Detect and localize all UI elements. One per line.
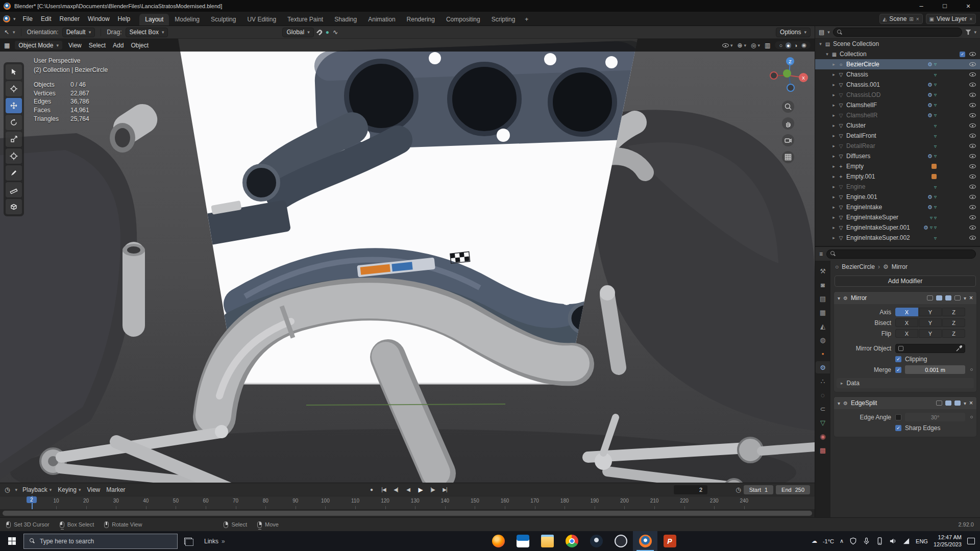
editor-type-icon[interactable]: ▦ (4, 42, 10, 49)
snap-magnet-icon[interactable] (316, 29, 323, 35)
properties-tab-object-data[interactable]: ▽ (816, 416, 830, 429)
falloff-curve-icon[interactable]: ∿ (333, 29, 338, 36)
mirror-panel-header[interactable]: ▾ ⚙ Mirror ▾ × (834, 292, 976, 304)
axis-y-button[interactable]: Y (919, 308, 942, 316)
axis-x-button[interactable]: X (895, 308, 918, 316)
outliner-row[interactable]: ▸ ▽ DetailRear ▿ (815, 141, 980, 151)
outliner-row[interactable]: ▸ ▽ EngineIntakeSuper.002 ▿ (815, 233, 980, 243)
chevron-double-icon[interactable]: » (222, 538, 225, 545)
rotate-tool[interactable] (6, 115, 22, 130)
outliner-row[interactable]: ▸ ▽ ClamshellF ⚙▿ (815, 100, 980, 110)
hide-eye-icon[interactable] (969, 195, 976, 199)
blender-taskbar-icon[interactable] (633, 531, 657, 551)
edge-angle-field[interactable]: 30° (905, 413, 965, 421)
editor-type-icon[interactable]: ≡ (819, 251, 823, 258)
viewport-menu[interactable]: Select (88, 42, 107, 49)
disclosure-icon[interactable]: ▸ (830, 143, 837, 148)
properties-tab-tool[interactable]: ⚒ (816, 265, 830, 277)
workspace-tab[interactable]: Animation (362, 14, 401, 26)
playhead[interactable]: 2 (32, 496, 33, 510)
shading-wireframe-button[interactable]: ○ (778, 42, 783, 48)
current-frame-field[interactable]: 2 (674, 485, 707, 494)
options-dropdown[interactable]: Options ▾ (776, 28, 811, 37)
axis-navigation-gizmo[interactable]: Z X (767, 53, 810, 96)
flip-z-button[interactable]: Z (942, 329, 965, 338)
bisect-y-button[interactable]: Y (919, 318, 942, 327)
outliner-row[interactable]: ▸ + Empty.001 (815, 171, 980, 182)
menu-item[interactable]: Help (114, 12, 135, 26)
remove-modifier-icon[interactable]: × (969, 399, 973, 407)
language-indicator[interactable]: ENG (916, 538, 928, 544)
chevron-down-icon[interactable]: ▾ (974, 30, 976, 35)
shading-solid-button[interactable]: ● (786, 42, 791, 48)
modifier-name[interactable]: Mirror (851, 294, 924, 302)
scale-tool[interactable] (6, 132, 22, 147)
collection-checkbox[interactable]: ✓ (960, 52, 965, 57)
minimize-button[interactable]: – (910, 0, 933, 12)
viewport-3d[interactable]: ▦ Object Mode ▾ ViewSelectAddObject ▾ ⊕▾… (0, 39, 815, 483)
hide-eye-icon[interactable] (969, 185, 976, 189)
disclosure-icon[interactable]: ▸ (830, 164, 837, 169)
play-reverse-button[interactable]: ◀ (402, 487, 414, 492)
flip-y-button[interactable]: Y (919, 329, 942, 338)
object-visibility-dropdown[interactable]: ▾ (722, 43, 733, 48)
menu-item[interactable]: Edit (37, 12, 56, 26)
orthographic-grid-icon[interactable] (782, 151, 794, 163)
modifier-name[interactable]: EdgeSplit (851, 399, 933, 407)
chevron-down-icon[interactable]: ▾ (15, 487, 17, 492)
edgesplit-panel-header[interactable]: ▾ ⚙ EdgeSplit ▾ × (834, 397, 976, 409)
shading-rendered-button[interactable]: ◉ (800, 42, 807, 48)
outliner-row[interactable]: ▸ ▽ EngineIntake ⚙▿ (815, 202, 980, 212)
orientation-dropdown[interactable]: Default ▾ (62, 28, 95, 37)
shading-material-button[interactable]: ◑ (793, 42, 799, 48)
security-shield-icon[interactable] (849, 537, 857, 545)
disclosure-icon[interactable]: ▾ (817, 41, 824, 46)
properties-tab-scene[interactable]: ◭ (816, 320, 830, 332)
outliner-row[interactable]: ▸ ▽ Engine ▿ (815, 182, 980, 192)
workspace-tab[interactable]: Rendering (401, 14, 440, 26)
disclosure-icon[interactable]: ▸ (830, 184, 837, 189)
chevron-down-icon[interactable]: ▾ (13, 30, 15, 35)
disclosure-icon[interactable]: ▸ (830, 133, 837, 138)
menu-item[interactable]: File (19, 12, 37, 26)
outliner-row[interactable]: ▸ ▽ ChassisLOD ⚙▿ (815, 90, 980, 100)
maximize-button[interactable]: □ (933, 0, 957, 12)
eyedropper-icon[interactable] (956, 345, 962, 352)
breadcrumb-modifier[interactable]: Mirror (892, 263, 908, 270)
outliner-row[interactable]: ▸ ▽ Diffusers ⚙▿ (815, 151, 980, 161)
timeline-menu[interactable]: Marker▾ (106, 486, 125, 493)
menu-item[interactable]: Window (84, 12, 114, 26)
view-layer-selector[interactable]: ▣ View Layer × (926, 14, 976, 24)
disclosure-icon[interactable]: ▸ (830, 92, 837, 97)
hide-eye-icon[interactable] (969, 174, 976, 179)
add-modifier-button[interactable]: Add Modifier (835, 276, 976, 287)
editor-type-icon[interactable]: ◷ (5, 486, 10, 493)
disclosure-icon[interactable]: ▸ (830, 215, 837, 220)
task-view-button[interactable] (178, 531, 198, 551)
prev-key-button[interactable]: ◀| (390, 487, 402, 492)
collapse-icon[interactable]: ▾ (838, 295, 840, 301)
move-tool[interactable] (6, 98, 22, 113)
play-button[interactable]: ▶ (414, 486, 426, 493)
display-realtime-toggle[interactable] (945, 400, 951, 406)
disclosure-icon[interactable]: ▸ (830, 82, 837, 87)
speaker-icon[interactable] (889, 537, 897, 545)
microphone-icon[interactable] (863, 537, 870, 545)
use-preview-range-icon[interactable]: ◷ (736, 486, 741, 493)
disclosure-icon[interactable]: ▸ (830, 154, 837, 159)
phone-icon[interactable] (876, 537, 884, 545)
properties-search-input[interactable] (826, 249, 976, 259)
outliner-row[interactable]: ▸ ▽ Chassis.001 ⚙▿ (815, 80, 980, 90)
workspace-tab[interactable]: Scripting (486, 14, 521, 26)
outliner-row[interactable]: ▾ ▤ Scene Collection (815, 39, 980, 49)
disclosure-icon[interactable]: ▸ (830, 103, 837, 108)
disclosure-icon[interactable]: ▸ (830, 72, 837, 77)
viewport-menu[interactable]: Add (112, 42, 125, 49)
editor-type-icon[interactable]: ▤ (819, 29, 824, 36)
timeline-menu[interactable]: Playback▾ (22, 486, 52, 493)
mirror-data-subpanel[interactable]: ▸ Data (837, 378, 974, 388)
viewport-scene[interactable] (0, 39, 815, 483)
display-render-toggle[interactable] (945, 295, 951, 300)
outliner-row[interactable]: ▸ ▽ Cluster ▿ (815, 120, 980, 131)
collapse-icon[interactable]: ▾ (838, 400, 840, 406)
